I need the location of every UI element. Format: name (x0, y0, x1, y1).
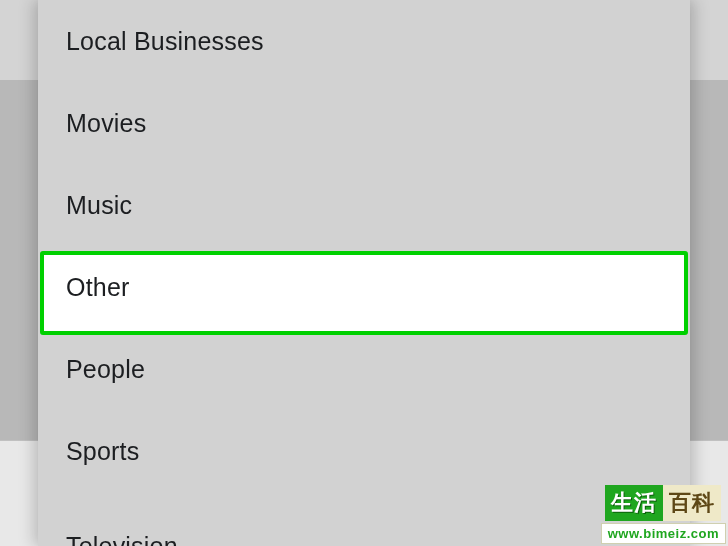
category-label: Other (66, 273, 130, 302)
category-item-movies[interactable]: Movies (38, 82, 690, 164)
watermark-banner: 生活 百科 (601, 485, 726, 521)
category-item-music[interactable]: Music (38, 164, 690, 246)
category-item-other[interactable]: Other (38, 246, 690, 328)
category-label: People (66, 355, 145, 384)
category-label: Television (66, 532, 178, 546)
category-item-local-businesses[interactable]: Local Businesses (38, 0, 690, 82)
watermark-url: www.bimeiz.com (601, 523, 726, 544)
category-item-people[interactable]: People (38, 328, 690, 410)
watermark-text-a: 生活 (605, 485, 663, 521)
category-label: Music (66, 191, 132, 220)
watermark-text-b: 百科 (663, 485, 721, 521)
category-label: Movies (66, 109, 146, 138)
category-label: Local Businesses (66, 27, 264, 56)
watermark: 生活 百科 www.bimeiz.com (601, 485, 726, 544)
category-label: Sports (66, 437, 139, 466)
category-item-television[interactable]: Television (38, 492, 690, 546)
category-item-sports[interactable]: Sports (38, 410, 690, 492)
category-dialog: Local Businesses Movies Music Other Peop… (38, 0, 690, 546)
